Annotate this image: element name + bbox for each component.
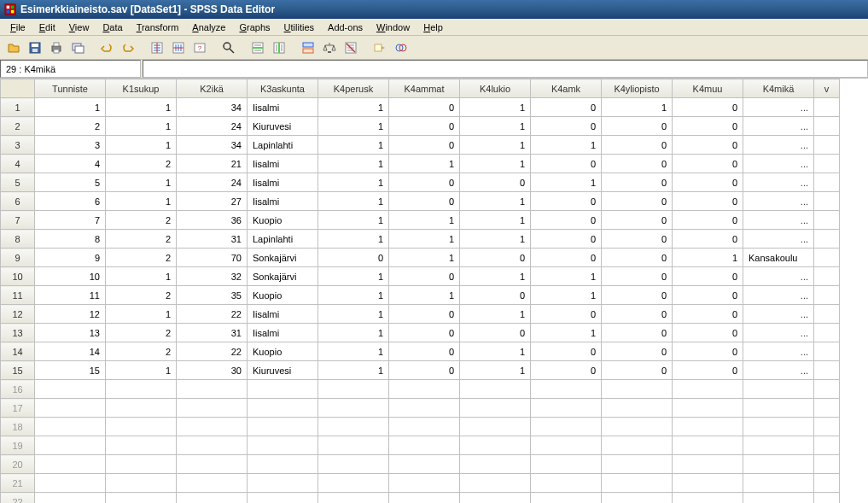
cell[interactable]: Sonkajärvi xyxy=(248,267,318,286)
cell[interactable]: 0 xyxy=(673,267,743,286)
cell[interactable]: 5 xyxy=(35,173,106,192)
cell[interactable] xyxy=(531,474,602,493)
cell[interactable]: 1 xyxy=(318,98,389,117)
cell[interactable]: ... xyxy=(743,342,814,361)
column-header[interactable]: K4mikä xyxy=(743,79,814,98)
cell[interactable]: Iisalmi xyxy=(248,155,318,173)
cell[interactable]: 0 xyxy=(389,98,460,117)
cell[interactable]: 1 xyxy=(106,361,177,380)
cell[interactable] xyxy=(35,436,106,455)
column-header[interactable]: K4yliopisto xyxy=(602,79,673,98)
cell[interactable] xyxy=(248,455,318,474)
cell[interactable] xyxy=(531,436,602,455)
cell[interactable]: 15 xyxy=(35,361,106,380)
cell[interactable] xyxy=(318,418,389,436)
cell[interactable] xyxy=(673,399,743,418)
cell[interactable]: 0 xyxy=(673,155,743,173)
cell[interactable] xyxy=(460,474,531,493)
cell[interactable]: 0 xyxy=(389,173,460,192)
column-header[interactable]: K4lukio xyxy=(460,79,531,98)
cell[interactable] xyxy=(35,493,106,504)
cell[interactable] xyxy=(673,418,743,436)
cell[interactable] xyxy=(814,342,840,361)
cell[interactable] xyxy=(106,418,177,436)
cell[interactable]: ... xyxy=(743,267,814,286)
row-header[interactable]: 1 xyxy=(1,98,35,117)
cell[interactable]: 70 xyxy=(177,249,248,267)
row-header[interactable]: 22 xyxy=(1,493,35,504)
cell[interactable]: Sonkajärvi xyxy=(248,249,318,267)
column-header[interactable]: K4perusk xyxy=(318,79,389,98)
cell[interactable]: ... xyxy=(743,230,814,249)
row-header[interactable]: 4 xyxy=(1,155,35,173)
cell[interactable] xyxy=(814,155,840,173)
cell[interactable] xyxy=(673,474,743,493)
cell[interactable]: Kuopio xyxy=(248,286,318,305)
cell[interactable]: ... xyxy=(743,155,814,173)
cell[interactable]: 1 xyxy=(318,211,389,230)
cell[interactable]: 2 xyxy=(35,117,106,136)
redo-icon[interactable] xyxy=(118,38,138,58)
cell[interactable]: 0 xyxy=(531,361,602,380)
cell[interactable]: ... xyxy=(743,117,814,136)
cell[interactable] xyxy=(743,436,814,455)
cell[interactable]: 1 xyxy=(318,305,389,324)
cell-reference[interactable]: 29 : K4mikä xyxy=(0,60,141,78)
cell[interactable] xyxy=(743,380,814,399)
cell[interactable]: 13 xyxy=(35,324,106,342)
cell[interactable]: 1 xyxy=(460,305,531,324)
cell[interactable] xyxy=(106,380,177,399)
row-header[interactable]: 8 xyxy=(1,230,35,249)
cell[interactable]: 0 xyxy=(673,361,743,380)
cell[interactable]: 0 xyxy=(673,230,743,249)
cell[interactable] xyxy=(531,493,602,504)
cell[interactable] xyxy=(814,418,840,436)
cell[interactable]: 1 xyxy=(460,117,531,136)
cell[interactable] xyxy=(460,418,531,436)
cell[interactable]: 0 xyxy=(602,267,673,286)
select-cases-icon[interactable] xyxy=(341,38,361,58)
cell[interactable]: 1 xyxy=(106,98,177,117)
cell[interactable] xyxy=(389,380,460,399)
cell[interactable]: ... xyxy=(743,361,814,380)
cell[interactable]: ... xyxy=(743,286,814,305)
cell[interactable] xyxy=(673,436,743,455)
cell[interactable]: 0 xyxy=(602,173,673,192)
cell[interactable]: 1 xyxy=(460,192,531,211)
menu-data[interactable]: Data xyxy=(96,20,129,34)
cell[interactable] xyxy=(35,399,106,418)
cell[interactable]: 1 xyxy=(318,324,389,342)
cell[interactable] xyxy=(814,436,840,455)
cell[interactable]: 0 xyxy=(460,286,531,305)
cell[interactable]: Iisalmi xyxy=(248,305,318,324)
cell[interactable]: 1 xyxy=(531,136,602,155)
cell[interactable]: ... xyxy=(743,98,814,117)
cell[interactable]: 34 xyxy=(177,98,248,117)
row-header[interactable]: 5 xyxy=(1,173,35,192)
cell[interactable] xyxy=(814,286,840,305)
cell[interactable]: 14 xyxy=(35,342,106,361)
cell[interactable]: 0 xyxy=(531,155,602,173)
variables-icon[interactable]: ? xyxy=(189,38,210,58)
cell[interactable] xyxy=(35,418,106,436)
cell[interactable]: 2 xyxy=(106,286,177,305)
cell[interactable] xyxy=(248,399,318,418)
cell[interactable]: 1 xyxy=(318,286,389,305)
column-header[interactable]: K4amk xyxy=(531,79,602,98)
cell[interactable]: 0 xyxy=(673,192,743,211)
cell[interactable]: 36 xyxy=(177,211,248,230)
cell[interactable] xyxy=(106,455,177,474)
cell[interactable]: 1 xyxy=(318,230,389,249)
cell[interactable]: Kiuruvesi xyxy=(248,117,318,136)
cell[interactable]: 0 xyxy=(673,286,743,305)
cell[interactable]: 0 xyxy=(531,249,602,267)
row-header[interactable]: 19 xyxy=(1,436,35,455)
cell[interactable] xyxy=(814,380,840,399)
cell[interactable]: 0 xyxy=(389,117,460,136)
open-icon[interactable] xyxy=(3,38,24,58)
cell[interactable]: 0 xyxy=(531,117,602,136)
cell[interactable] xyxy=(602,474,673,493)
cell[interactable]: 0 xyxy=(602,249,673,267)
cell[interactable] xyxy=(814,117,840,136)
cell[interactable]: 0 xyxy=(389,324,460,342)
